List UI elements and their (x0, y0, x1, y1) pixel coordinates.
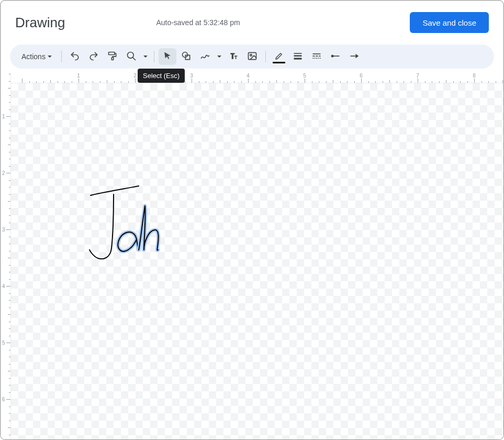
chevron-down-icon (217, 56, 221, 58)
ruler-v-number: 4 (2, 283, 5, 289)
undo-button[interactable] (66, 48, 84, 65)
select-tool-button[interactable] (159, 48, 176, 65)
toolbar-separator (265, 51, 266, 62)
line-dropdown-button[interactable] (215, 48, 223, 65)
textbox-tool-button[interactable] (225, 48, 242, 65)
zoom-dropdown-button[interactable] (141, 48, 150, 65)
chevron-down-icon (48, 56, 52, 58)
drawing-toolbar: Actions (10, 45, 494, 69)
ruler-v-number: 2 (2, 170, 5, 176)
drawing-canvas[interactable] (11, 83, 503, 439)
paint-format-button[interactable] (104, 48, 121, 65)
redo-icon (88, 51, 99, 63)
paint-roller-icon (107, 51, 118, 63)
svg-rect-8 (294, 53, 301, 54)
canvas-area: 12345678 123456 (1, 73, 503, 439)
zoom-icon (126, 51, 137, 63)
scribble-icon (200, 51, 210, 63)
autosave-status: Auto-saved at 5:32:48 pm (156, 18, 397, 27)
line-end-icon (349, 51, 360, 63)
line-weight-icon (293, 51, 303, 63)
svg-rect-10 (294, 58, 301, 59)
line-start-icon (330, 51, 341, 63)
dialog-title: Drawing (15, 15, 65, 31)
chevron-down-icon (143, 56, 148, 58)
cursor-icon (162, 51, 173, 63)
svg-rect-0 (108, 52, 115, 54)
actions-menu-button[interactable]: Actions (15, 48, 57, 65)
toolbar-separator (61, 51, 62, 62)
line-color-button[interactable] (270, 48, 288, 65)
svg-rect-11 (312, 53, 320, 54)
vertical-ruler[interactable]: 123456 (1, 73, 11, 439)
image-icon (247, 51, 257, 63)
undo-icon (70, 51, 80, 63)
svg-point-7 (250, 54, 252, 56)
line-weight-button[interactable] (289, 48, 307, 65)
svg-rect-19 (320, 58, 321, 59)
toolbar-separator (154, 51, 154, 62)
shapes-icon (181, 51, 192, 63)
scribble-tool-button[interactable] (196, 48, 214, 65)
line-dash-icon (311, 51, 322, 63)
zoom-button[interactable] (122, 48, 140, 65)
svg-rect-12 (312, 56, 315, 57)
line-end-button[interactable] (345, 48, 363, 65)
pencil-icon (274, 51, 284, 62)
svg-rect-21 (333, 56, 340, 57)
svg-rect-17 (316, 58, 317, 59)
ruler-v-number: 6 (2, 397, 5, 402)
ruler-h-number: 6 (360, 73, 363, 79)
textbox-icon (228, 51, 239, 63)
actions-label: Actions (21, 52, 46, 61)
svg-rect-22 (350, 56, 356, 57)
ruler-v-number: 3 (2, 227, 5, 233)
ruler-h-number: 5 (303, 73, 306, 79)
svg-rect-18 (318, 58, 319, 59)
ruler-h-number: 3 (190, 73, 193, 79)
line-dash-button[interactable] (308, 48, 326, 65)
svg-rect-13 (316, 56, 318, 57)
svg-rect-9 (294, 55, 301, 57)
svg-line-3 (132, 57, 135, 60)
redo-button[interactable] (85, 48, 103, 65)
svg-rect-16 (315, 58, 316, 59)
line-start-button[interactable] (327, 48, 344, 65)
image-tool-button[interactable] (243, 48, 261, 65)
ink-stroke[interactable] (89, 194, 114, 259)
shape-tool-button[interactable] (177, 48, 195, 65)
ruler-h-number: 1 (77, 73, 80, 79)
dialog-header: Drawing Auto-saved at 5:32:48 pm Save an… (1, 1, 503, 45)
drawing-strokes[interactable] (11, 83, 503, 439)
save-and-close-button[interactable]: Save and close (410, 12, 489, 33)
svg-rect-15 (312, 58, 313, 59)
ruler-v-number: 5 (2, 340, 5, 346)
horizontal-ruler[interactable]: 12345678 (1, 73, 503, 83)
svg-rect-1 (111, 57, 113, 60)
ink-stroke[interactable] (91, 186, 139, 195)
ruler-h-number: 8 (473, 73, 476, 79)
ruler-h-number: 7 (416, 73, 419, 79)
svg-rect-14 (319, 56, 320, 57)
drawing-dialog: Drawing Auto-saved at 5:32:48 pm Save an… (0, 0, 504, 440)
ruler-v-number: 1 (2, 114, 5, 119)
ruler-h-number: 2 (133, 73, 137, 79)
ruler-h-number: 4 (247, 73, 250, 79)
